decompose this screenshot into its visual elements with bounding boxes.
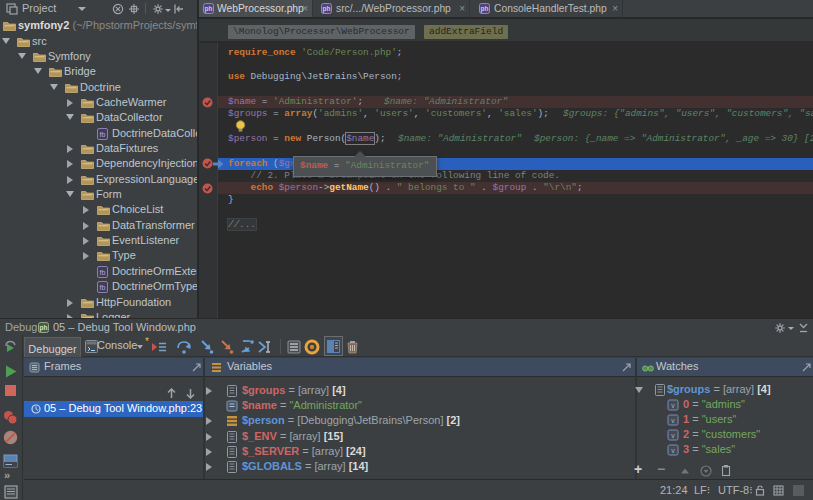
svg-text:ph: ph (481, 5, 489, 13)
svg-text:ph: ph (40, 324, 48, 332)
svg-text:ph: ph (323, 5, 331, 13)
svg-text:v: v (671, 401, 675, 408)
svg-text:ph: ph (205, 5, 213, 13)
svg-text:fb: fb (100, 130, 106, 137)
svg-text:v: v (671, 431, 675, 438)
svg-text:v: v (671, 416, 675, 423)
svg-text:v: v (671, 446, 675, 453)
svg-text:fb: fb (100, 268, 106, 275)
svg-text:fb: fb (100, 284, 106, 291)
